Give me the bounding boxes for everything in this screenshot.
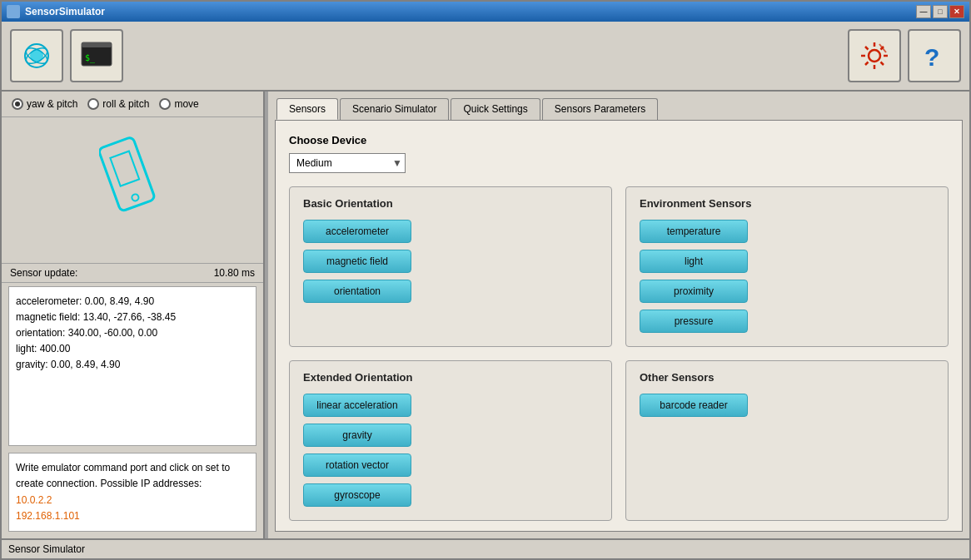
temperature-button[interactable]: temperature <box>640 220 748 243</box>
device-select-wrapper: Medium Small Large ▼ <box>289 153 406 173</box>
toolbar-right: ? <box>848 29 961 82</box>
sensor-update-value: 10.80 ms <box>214 267 255 279</box>
orientation-button[interactable]: orientation <box>303 280 411 303</box>
app-icon <box>7 5 20 18</box>
radio-yaw-pitch[interactable]: yaw & pitch <box>12 98 77 110</box>
choose-device: Choose Device Medium Small Large ▼ <box>289 134 949 173</box>
statusbar-text: Sensor Simulator <box>8 543 85 555</box>
terminal-icon: $_ <box>78 37 115 74</box>
tab-content-sensors: Choose Device Medium Small Large ▼ B <box>275 120 963 532</box>
sensor-icon <box>18 37 55 74</box>
light-button[interactable]: light <box>640 250 748 273</box>
gravity-button[interactable]: gravity <box>303 424 411 447</box>
proximity-button[interactable]: proximity <box>640 280 748 303</box>
radio-label-roll-pitch: roll & pitch <box>102 98 149 110</box>
titlebar-left: SensorSimulator <box>7 5 105 18</box>
svg-line-16 <box>879 44 886 52</box>
settings-icon <box>856 37 893 74</box>
linear-acceleration-button[interactable]: linear acceleration <box>303 394 411 417</box>
other-sensors-section: Other Sensors barcode reader <box>625 360 949 521</box>
main-window: SensorSimulator — □ ✕ <box>0 0 971 560</box>
phone-svg <box>99 131 166 248</box>
extended-orientation-section: Extended Orientation linear acceleration… <box>289 360 612 521</box>
statusbar: Sensor Simulator <box>2 538 969 558</box>
window-title: SensorSimulator <box>25 6 105 17</box>
main-content: yaw & pitch roll & pitch move <box>2 92 969 538</box>
tab-parameters[interactable]: Sensors Parameters <box>542 98 658 120</box>
sensor-toolbar-button[interactable] <box>10 29 63 82</box>
svg-rect-5 <box>82 42 112 47</box>
ip-address-0: 10.0.2.2 <box>16 493 249 508</box>
radio-circle-yaw-pitch <box>12 98 23 110</box>
svg-text:$_: $_ <box>85 53 96 63</box>
extended-orientation-title: Extended Orientation <box>303 371 598 384</box>
magnetic-field-button[interactable]: magnetic field <box>303 250 411 273</box>
sensor-data: accelerometer: 0.00, 8.49, 4.90 magnetic… <box>8 286 256 447</box>
environment-sensors-section: Environment Sensors temperature light pr… <box>625 186 949 347</box>
close-button[interactable]: ✕ <box>949 5 964 18</box>
toolbar-left: $_ <box>10 29 123 82</box>
radio-move[interactable]: move <box>159 98 198 110</box>
tab-sensors[interactable]: Sensors <box>276 98 338 120</box>
svg-point-20 <box>131 194 139 202</box>
radio-group: yaw & pitch roll & pitch move <box>2 92 263 117</box>
radio-circle-roll-pitch <box>87 98 99 110</box>
svg-line-13 <box>881 62 884 66</box>
svg-text:?: ? <box>924 43 939 71</box>
svg-line-15 <box>865 62 869 66</box>
ip-address-1: 192.168.1.101 <box>16 508 249 524</box>
toolbar: $_ <box>2 22 969 92</box>
sensor-value-2: orientation: 340.00, -60.00, 0.00 <box>16 325 249 341</box>
gyroscope-button[interactable]: gyroscope <box>303 483 411 507</box>
svg-rect-18 <box>99 136 156 211</box>
environment-sensors-title: Environment Sensors <box>640 197 934 210</box>
terminal-toolbar-button[interactable]: $_ <box>70 29 123 82</box>
minimize-button[interactable]: — <box>916 5 931 18</box>
right-panel: Sensors Scenario Simulator Quick Setting… <box>268 92 969 538</box>
basic-orientation-section: Basic Orientation accelerometer magnetic… <box>289 186 612 347</box>
settings-toolbar-button[interactable] <box>848 29 901 82</box>
sensors-grid: Basic Orientation accelerometer magnetic… <box>289 186 949 521</box>
svg-line-12 <box>865 47 869 50</box>
other-sensors-title: Other Sensors <box>640 371 934 384</box>
device-select[interactable]: Medium Small Large <box>289 153 406 173</box>
radio-label-move: move <box>174 98 198 110</box>
basic-orientation-title: Basic Orientation <box>303 197 598 210</box>
tab-scenario[interactable]: Scenario Simulator <box>340 98 449 120</box>
help-icon: ? <box>916 37 953 74</box>
sensor-value-1: magnetic field: 13.40, -27.66, -38.45 <box>16 310 249 325</box>
radio-roll-pitch[interactable]: roll & pitch <box>87 98 149 110</box>
left-panel: yaw & pitch roll & pitch move <box>2 92 265 538</box>
accelerometer-button[interactable]: accelerometer <box>303 220 411 243</box>
rotation-vector-button[interactable]: rotation vector <box>303 453 411 477</box>
sensor-value-4: gravity: 0.00, 8.49, 4.90 <box>16 357 249 373</box>
choose-device-label: Choose Device <box>289 134 949 146</box>
titlebar: SensorSimulator — □ ✕ <box>2 2 969 22</box>
barcode-reader-button[interactable]: barcode reader <box>640 394 748 417</box>
svg-point-7 <box>869 50 880 62</box>
maximize-button[interactable]: □ <box>933 5 948 18</box>
tabs: Sensors Scenario Simulator Quick Setting… <box>268 92 969 120</box>
radio-circle-move <box>159 98 171 110</box>
pressure-button[interactable]: pressure <box>640 310 748 333</box>
connection-text: Write emulator command port and click on… <box>16 460 249 492</box>
tab-quick-settings[interactable]: Quick Settings <box>451 98 540 120</box>
sensor-update: Sensor update: 10.80 ms <box>2 263 263 283</box>
sensor-value-0: accelerometer: 0.00, 8.49, 4.90 <box>16 294 249 310</box>
device-visual <box>2 117 263 263</box>
help-toolbar-button[interactable]: ? <box>908 29 961 82</box>
sensor-update-label: Sensor update: <box>10 267 77 279</box>
radio-label-yaw-pitch: yaw & pitch <box>27 98 77 110</box>
sensor-value-3: light: 400.00 <box>16 341 249 357</box>
connection-info: Write emulator command port and click on… <box>8 453 256 532</box>
svg-rect-19 <box>110 151 139 186</box>
titlebar-controls: — □ ✕ <box>916 5 964 18</box>
